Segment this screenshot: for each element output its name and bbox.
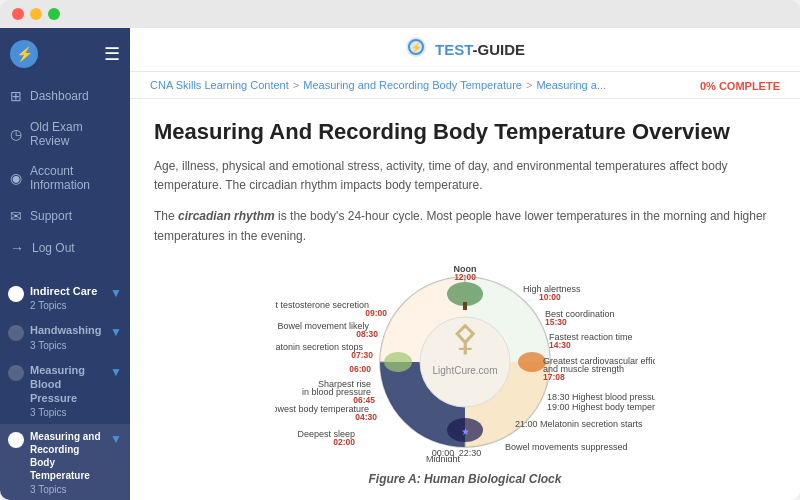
clock-svg-container: ⚴ LightCure.com ★	[275, 262, 655, 466]
topic-dot-body-temp	[8, 432, 24, 448]
logout-icon: →	[10, 240, 24, 256]
chevron-down-icon-3: ▼	[110, 365, 122, 379]
topic-count-indirect-care: 2 Topics	[30, 300, 106, 311]
figure-caption: Figure A: Human Biological Clock	[154, 472, 776, 486]
svg-text:02:00: 02:00	[333, 437, 355, 447]
topic-dot-indirect-care	[8, 286, 24, 302]
app-window: ⚡ ☰ ⊞ Dashboard ◷ Old Exam Review ◉ Acco…	[0, 0, 800, 500]
logo-area: ⚡ TEST-GUIDE	[405, 36, 525, 63]
sidebar-item-dashboard[interactable]: ⊞ Dashboard	[0, 80, 130, 112]
topic-dot-handwashing	[8, 325, 24, 341]
svg-text:18:30 Highest blood pressure: 18:30 Highest blood pressure	[547, 392, 655, 402]
svg-text:04:30: 04:30	[355, 412, 377, 422]
svg-text:09:00: 09:00	[365, 308, 387, 318]
dashboard-icon: ⊞	[10, 88, 22, 104]
topic-content-indirect-care: Indirect Care 2 Topics	[30, 284, 106, 311]
sidebar-item-account[interactable]: ◉ Account Information	[0, 156, 130, 200]
topic-content-body-temp: Measuring and Recording Body Temperature…	[30, 430, 106, 495]
page-title: Measuring And Recording Body Temperature…	[154, 119, 776, 145]
sidebar-logo: ⚡	[10, 40, 38, 68]
svg-text:Midnight: Midnight	[426, 454, 461, 462]
sidebar-header: ⚡ ☰	[0, 28, 130, 80]
sidebar-label-logout: Log Out	[32, 241, 75, 255]
svg-point-9	[518, 352, 546, 372]
svg-text:⚴: ⚴	[452, 317, 478, 358]
topic-title-indirect-care: Indirect Care	[30, 284, 106, 298]
sidebar-label-old-exam: Old Exam Review	[30, 120, 120, 148]
top-bar: ⚡ TEST-GUIDE	[130, 28, 800, 72]
topic-content-handwashing: Handwashing 3 Topics	[30, 323, 106, 350]
breadcrumb-part-3: Measuring a...	[536, 79, 606, 91]
svg-text:⚡: ⚡	[410, 41, 423, 54]
sidebar-label-dashboard: Dashboard	[30, 89, 89, 103]
svg-text:Melatonin secretion stops: Melatonin secretion stops	[275, 342, 363, 352]
maximize-button[interactable]	[48, 8, 60, 20]
sidebar-item-support[interactable]: ✉ Support	[0, 200, 130, 232]
svg-text:08:30: 08:30	[356, 329, 378, 339]
app-body: ⚡ ☰ ⊞ Dashboard ◷ Old Exam Review ◉ Acco…	[0, 28, 800, 500]
svg-rect-8	[463, 302, 467, 310]
topic-indirect-care[interactable]: Indirect Care 2 Topics ▼	[0, 278, 130, 317]
svg-text:06:45: 06:45	[353, 395, 375, 405]
content-area: Measuring And Recording Body Temperature…	[130, 99, 800, 500]
topic-dot-blood-pressure	[8, 365, 24, 381]
svg-text:14:30: 14:30	[549, 340, 571, 350]
topic-title-blood-pressure: Measuring Blood Pressure	[30, 363, 106, 406]
logo-suffix: -GUIDE	[473, 41, 526, 58]
exam-icon: ◷	[10, 126, 22, 142]
minimize-button[interactable]	[30, 8, 42, 20]
circadian-text: The circadian rhythm is the body's 24-ho…	[154, 207, 776, 245]
topic-title-body-temp: Measuring and Recording Body Temperature	[30, 430, 106, 482]
svg-text:19:00 Highest body temperature: 19:00 Highest body temperature	[547, 402, 655, 412]
sidebar-label-support: Support	[30, 209, 72, 223]
logo-prefix: TEST	[435, 41, 473, 58]
page-subtitle: Age, illness, physical and emotional str…	[154, 157, 776, 195]
logo-text: TEST-GUIDE	[435, 41, 525, 58]
support-icon: ✉	[10, 208, 22, 224]
sidebar-label-account: Account Information	[30, 164, 120, 192]
sidebar-item-old-exam[interactable]: ◷ Old Exam Review	[0, 112, 130, 156]
topic-count-body-temp: 3 Topics	[30, 484, 106, 495]
svg-text:Highest testosterone secretion: Highest testosterone secretion	[275, 300, 369, 310]
topic-title-handwashing: Handwashing	[30, 323, 106, 337]
progress-text: 0% COMPLETE	[700, 80, 780, 92]
topic-section: Indirect Care 2 Topics ▼ Handwashing 3 T…	[0, 272, 130, 500]
circadian-bold: circadian rhythm	[178, 209, 275, 223]
account-icon: ◉	[10, 170, 22, 186]
breadcrumb-part-1[interactable]: CNA Skills Learning Content	[150, 79, 289, 91]
sidebar: ⚡ ☰ ⊞ Dashboard ◷ Old Exam Review ◉ Acco…	[0, 28, 130, 500]
topic-count-handwashing: 3 Topics	[30, 340, 106, 351]
topic-handwashing[interactable]: Handwashing 3 Topics ▼	[0, 317, 130, 356]
topic-content-blood-pressure: Measuring Blood Pressure 3 Topics	[30, 363, 106, 419]
svg-text:★: ★	[461, 426, 470, 437]
titlebar	[0, 0, 800, 28]
breadcrumb-separator-1: >	[293, 79, 299, 91]
traffic-lights	[12, 8, 60, 20]
logo-icon: ⚡	[405, 36, 427, 63]
svg-text:Bowel movements suppressed: Bowel movements suppressed	[505, 442, 628, 452]
chevron-down-icon-4: ▼	[110, 432, 122, 446]
progress-indicator: 0% COMPLETE	[700, 76, 780, 94]
svg-point-12	[384, 352, 412, 372]
clock-figure: ⚴ LightCure.com ★	[154, 262, 776, 486]
topic-count-blood-pressure: 3 Topics	[30, 407, 106, 418]
clock-svg: ⚴ LightCure.com ★	[275, 262, 655, 462]
svg-text:10:00: 10:00	[539, 292, 561, 302]
breadcrumb-separator-2: >	[526, 79, 532, 91]
svg-text:17:08: 17:08	[543, 372, 565, 382]
breadcrumb-part-2[interactable]: Measuring and Recording Body Temperature	[303, 79, 522, 91]
svg-text:15:30: 15:30	[545, 317, 567, 327]
circadian-prefix: The	[154, 209, 178, 223]
main-content: ⚡ TEST-GUIDE CNA Skills Learning Content…	[130, 28, 800, 500]
close-button[interactable]	[12, 8, 24, 20]
topic-body-temp[interactable]: Measuring and Recording Body Temperature…	[0, 424, 130, 500]
svg-text:LightCure.com: LightCure.com	[432, 365, 497, 376]
chevron-down-icon-2: ▼	[110, 325, 122, 339]
svg-text:22:30: 22:30	[459, 448, 482, 458]
hamburger-button[interactable]: ☰	[104, 43, 120, 65]
svg-text:07:30: 07:30	[351, 350, 373, 360]
sidebar-item-logout[interactable]: → Log Out	[0, 232, 130, 264]
topic-blood-pressure[interactable]: Measuring Blood Pressure 3 Topics ▼	[0, 357, 130, 425]
svg-text:06:00: 06:00	[349, 364, 371, 374]
svg-text:21:00 Melatonin secretion star: 21:00 Melatonin secretion starts	[515, 419, 643, 429]
